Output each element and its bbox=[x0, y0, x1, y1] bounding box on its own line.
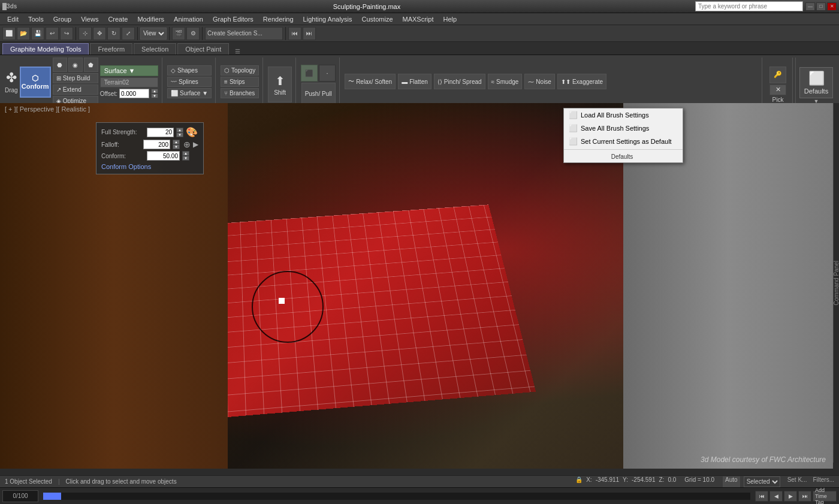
save-button[interactable]: 💾 bbox=[31, 27, 44, 40]
menu-lighting[interactable]: Lighting Analysis bbox=[298, 14, 357, 24]
icon-btn-2[interactable]: ◉ bbox=[68, 58, 83, 72]
view-dropdown[interactable]: View bbox=[140, 28, 167, 40]
ctx-load-brush[interactable]: ⬜ Load All Brush Settings bbox=[564, 108, 683, 122]
icon-btn-3[interactable]: ⬟ bbox=[84, 58, 98, 72]
extend-button[interactable]: ↗ Extend bbox=[53, 84, 98, 95]
pick-x-button[interactable]: ✕ bbox=[769, 84, 786, 95]
minimize-button[interactable]: — bbox=[805, 2, 815, 11]
falloff-up[interactable]: ▲ bbox=[173, 140, 180, 144]
exaggerate-button[interactable]: ⬆⬆ Exaggerate bbox=[557, 74, 606, 89]
frame-counter[interactable]: 0 / 100 bbox=[2, 490, 38, 502]
conform-button[interactable]: ⬡ Conform bbox=[20, 67, 51, 98]
falloff-down[interactable]: ▼ bbox=[173, 144, 180, 149]
tab-object-paint[interactable]: Object Paint bbox=[177, 43, 229, 55]
step-build-button[interactable]: ⊞ Step Build bbox=[53, 73, 98, 83]
next-frame-button[interactable]: ⏭ bbox=[798, 491, 811, 502]
mode-select[interactable]: Selected bbox=[744, 476, 780, 487]
strength-icon[interactable]: 🎨 bbox=[186, 126, 198, 138]
render-setup-button[interactable]: ⚙ bbox=[186, 27, 200, 40]
close-button[interactable]: ✕ bbox=[827, 2, 837, 11]
right-panel: Command Panel bbox=[833, 103, 839, 463]
shift-sq-icon[interactable]: ⬛ bbox=[301, 65, 318, 82]
surface-btn[interactable]: ⬜ Surface ▼ bbox=[167, 88, 212, 98]
offset-input[interactable] bbox=[119, 89, 149, 98]
ctx-set-default[interactable]: ⬜ Set Current Settings as Default bbox=[564, 135, 683, 148]
play-button[interactable]: ⏮ bbox=[288, 27, 301, 40]
stop-button[interactable]: ⏭ bbox=[303, 27, 316, 40]
menu-views[interactable]: Views bbox=[76, 14, 103, 24]
dot-icon[interactable]: · bbox=[319, 65, 336, 82]
branches-button[interactable]: ⑂ Branches bbox=[221, 88, 259, 98]
pinch-spread-button[interactable]: ⟨⟩ Pinch/ Spread bbox=[434, 74, 485, 89]
menu-graph-editors[interactable]: Graph Editors bbox=[208, 14, 258, 24]
tab-selection[interactable]: Selection bbox=[134, 43, 176, 55]
full-strength-down[interactable]: ▼ bbox=[176, 132, 183, 137]
conform-options-link[interactable]: Conform Options bbox=[101, 163, 198, 170]
shift-button[interactable]: ⬆ Shift bbox=[268, 67, 292, 102]
menu-customize[interactable]: Customize bbox=[357, 14, 398, 24]
rotate-button[interactable]: ↻ bbox=[107, 27, 120, 40]
pushpull-button[interactable]: Push/ Pull bbox=[301, 83, 336, 104]
surface-dropdown[interactable]: Surface ▼ bbox=[100, 65, 158, 76]
move-button[interactable]: ✥ bbox=[93, 27, 106, 40]
menu-modifiers[interactable]: Modifiers bbox=[132, 14, 169, 24]
play-back-button[interactable]: ◀ bbox=[769, 491, 783, 502]
ctx-defaults[interactable]: Defaults bbox=[564, 151, 683, 162]
maximize-button[interactable]: □ bbox=[816, 2, 826, 11]
auto-button[interactable]: Auto bbox=[723, 476, 740, 487]
shapes-button[interactable]: ◇ Shapes bbox=[167, 65, 212, 76]
menu-group[interactable]: Group bbox=[49, 14, 77, 24]
timeline: 0 / 100 ⏮ ◀ ▶ ⏭ Add Time Tag bbox=[0, 487, 839, 504]
play-forward-button[interactable]: ▶ bbox=[784, 491, 797, 502]
playback-controls: ⏮ ◀ ▶ ⏭ Add Time Tag bbox=[755, 491, 837, 502]
splines-button[interactable]: 〰 Splines bbox=[167, 77, 212, 87]
conform-up[interactable]: ▲ bbox=[182, 151, 189, 156]
open-button[interactable]: 📂 bbox=[17, 27, 30, 40]
defaults-button[interactable]: ⬜ Defaults bbox=[799, 67, 833, 98]
menu-maxscript[interactable]: MAXScript bbox=[398, 14, 439, 24]
key-label[interactable]: Set K... bbox=[787, 476, 807, 487]
redo-button[interactable]: ↪ bbox=[60, 27, 73, 40]
tab-freeform[interactable]: Freeform bbox=[90, 43, 132, 55]
topology-button[interactable]: ⬡ Topology bbox=[221, 65, 259, 76]
render-button[interactable]: 🎬 bbox=[172, 27, 185, 40]
icon-btn-1[interactable]: ⬣ bbox=[53, 58, 67, 72]
falloff-input[interactable] bbox=[143, 140, 170, 149]
full-strength-up[interactable]: ▲ bbox=[176, 128, 183, 132]
topology-icon: ⬡ bbox=[224, 67, 230, 74]
new-button[interactable]: ⬜ bbox=[2, 27, 16, 40]
create-selection-button[interactable]: Create Selection S... bbox=[205, 27, 283, 40]
menu-create[interactable]: Create bbox=[103, 14, 132, 24]
context-menu: ⬜ Load All Brush Settings ⬜ Save All Bru… bbox=[563, 108, 683, 163]
add-time-tag-button[interactable]: Add Time Tag bbox=[813, 491, 837, 502]
tab-graphite[interactable]: Graphite Modeling Tools bbox=[2, 43, 89, 55]
full-strength-input[interactable] bbox=[147, 128, 174, 137]
shapes-icon: ◇ bbox=[171, 67, 176, 74]
surface-chevron: ▼ bbox=[129, 67, 135, 74]
smudge-button[interactable]: ≈ Smudge bbox=[488, 74, 523, 89]
menu-animation[interactable]: Animation bbox=[169, 14, 208, 24]
select-button[interactable]: ⊹ bbox=[79, 27, 92, 40]
scale-button[interactable]: ⤢ bbox=[122, 27, 135, 40]
prev-frame-button[interactable]: ⏮ bbox=[755, 491, 768, 502]
falloff-icon[interactable]: ⊕ bbox=[183, 140, 191, 149]
falloff-dot[interactable]: ▶ bbox=[193, 140, 198, 149]
menu-help[interactable]: Help bbox=[439, 14, 462, 24]
relax-soften-button[interactable]: 〜 Relax/ Soften bbox=[345, 74, 396, 89]
conform-input[interactable] bbox=[147, 151, 180, 161]
menu-tools[interactable]: Tools bbox=[23, 14, 49, 24]
timeline-track[interactable] bbox=[43, 493, 750, 500]
undo-button[interactable]: ↩ bbox=[46, 27, 59, 40]
menu-edit[interactable]: Edit bbox=[2, 14, 23, 24]
conform-down[interactable]: ▼ bbox=[182, 156, 189, 161]
strips-button[interactable]: ≡ Strips bbox=[221, 77, 259, 87]
offset-up[interactable]: ▲ bbox=[151, 89, 158, 93]
offset-down[interactable]: ▼ bbox=[151, 93, 158, 98]
brush-circle bbox=[252, 271, 324, 343]
noise-button[interactable]: ⁓ Noise bbox=[524, 74, 555, 89]
search-input[interactable] bbox=[695, 1, 803, 11]
ctx-save-brush[interactable]: ⬜ Save All Brush Settings bbox=[564, 122, 683, 135]
filter-label[interactable]: Filters... bbox=[813, 476, 834, 487]
flatten-button[interactable]: ▬ Flatten bbox=[398, 74, 431, 89]
menu-rendering[interactable]: Rendering bbox=[258, 14, 298, 24]
